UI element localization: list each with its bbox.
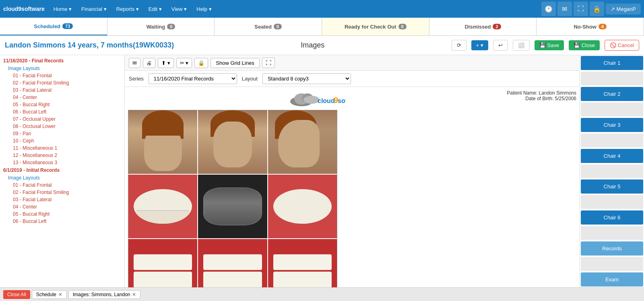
fullscreen-icon: ⛶ [266,60,271,66]
tab-schedule[interactable]: Schedule ✕ [32,290,67,299]
nav-reports[interactable]: Reports ▾ [112,4,143,14]
tree-date-2[interactable]: 6/1/2019 - Initial Records [0,166,124,174]
photo-cell-upper[interactable] [268,175,337,238]
tree-item-2-06-buccal-left[interactable]: 06 - Buccal Left [0,218,124,225]
chair-1-content [581,72,643,85]
chair-3[interactable]: Chair 3 [581,118,643,132]
tree-item-2-05-buccal-right[interactable]: 05 - Buccal Right [0,210,124,218]
tab-waiting[interactable]: Waiting 0 [107,18,215,35]
print-icon: 🖨 [147,60,152,66]
cancel-button[interactable]: 🚫 Cancel [605,40,639,51]
series-select[interactable]: 11/16/2020 Final Records [149,73,237,84]
lock-btn[interactable]: 🔒 [194,58,208,68]
show-grid-button[interactable]: Show Grid Lines [211,58,259,68]
noshow-count: 4 [599,24,607,29]
clock-icon-btn[interactable]: 🕐 [541,2,556,16]
tree-item-09-pan[interactable]: 09 - Pan [0,130,124,137]
dob-value: 5/25/2006 [555,96,576,101]
add-button[interactable]: + ▾ [471,40,488,50]
chair-exam[interactable]: Exam [581,272,643,287]
photo-cell-face-front[interactable] [128,110,197,174]
tree-item-13-misc3[interactable]: 13 - Miscellaneous 3 [0,159,124,166]
photo-cell-xray[interactable] [198,175,267,238]
tab-images-close[interactable]: ✕ [132,292,136,297]
tab-images[interactable]: Images: Simmons, Landon ✕ [68,290,141,299]
nav-financial[interactable]: Financial ▾ [77,4,111,14]
patient-name[interactable]: Landon Simmons 14 years, 7 months(19WK00… [5,41,174,49]
expand-icon-btn[interactable]: ⛶ [574,2,588,16]
refresh-button[interactable]: ⟳ [452,40,466,51]
tree-item-2-04-center[interactable]: 04 - Center [0,203,124,210]
tab-scheduled[interactable]: Scheduled 73 [0,18,107,35]
chair-5[interactable]: Chair 5 [581,179,643,194]
tab-ready[interactable]: Ready for Check Out 0 [322,18,429,35]
fullscreen-button[interactable]: ⛶ [262,58,275,68]
photo-cell-teeth-left[interactable] [128,239,197,287]
close-all-button[interactable]: Close All [3,290,30,299]
tree-item-12-misc2[interactable]: 12 - Miscellaneous 2 [0,152,124,159]
seated-count: 0 [274,24,282,29]
tree-item-06-buccal-left[interactable]: 06 - Buccal Left [0,108,124,115]
tab-noshow[interactable]: No-Show 4 [537,18,644,35]
nav-help[interactable]: Help ▾ [192,4,215,14]
tab-seated[interactable]: Seated 0 [215,18,322,35]
photo-cell-face-side[interactable] [268,110,337,174]
nav-edit[interactable]: Edit ▾ [144,4,166,14]
tree-item-04-center[interactable]: 04 - Center [0,94,124,101]
nav-home[interactable]: Home ▾ [50,4,76,14]
svg-point-3 [303,96,320,104]
upload-icon: ⬆ ▾ [161,60,170,66]
tree-date-1[interactable]: 11/16/2020 - Final Records [0,57,124,65]
tree-item-08-occlusal-lower[interactable]: 08 - Occlusal Lower [0,123,124,130]
chair-1[interactable]: Chair 1 [581,56,643,70]
tools-btn[interactable]: ✂ ▾ [176,58,192,68]
tree-item-2-03-lateral[interactable]: 03 - Facial Lateral [0,196,124,203]
tab-dismissed[interactable]: Dismissed 2 [429,18,537,35]
message-icon-btn[interactable]: ✉ [557,2,572,16]
lock-icon-btn[interactable]: 🔒 [590,2,604,16]
chair-6[interactable]: Chair 6 [581,210,643,225]
layout-select[interactable]: Standard 8 copy3 [262,73,351,84]
tree-item-2-01-frontal[interactable]: 01 - Facial Frontal [0,181,124,189]
upload-btn[interactable]: ⬆ ▾ [158,58,174,68]
screen-button[interactable]: ⬜ [513,40,530,51]
scheduled-label: Scheduled [34,23,60,29]
image-canvas: cloud 9 software Patient Name: Landon Si… [125,87,580,287]
tree-item-03-lateral[interactable]: 03 - Facial Lateral [0,87,124,94]
save-button[interactable]: 💾 Save [535,40,564,50]
tree-item-10-ceph[interactable]: 10 - Ceph [0,137,124,144]
series-label: Series [129,76,144,82]
tree-item-05-buccal-right[interactable]: 05 - Buccal Right [0,101,124,108]
email-btn[interactable]: ✉ [129,58,140,68]
photo-cell-lower[interactable] [128,175,197,238]
seated-label: Seated [254,24,272,30]
photo-cell-teeth-front[interactable] [198,239,267,287]
print-btn[interactable]: 🖨 [143,58,155,68]
series-row: Series 11/16/2020 Final Records Layout S… [125,71,580,87]
image-toolbar: ✉ 🖨 ⬆ ▾ ✂ ▾ 🔒 Show Grid Lines ⛶ [125,55,580,71]
undo-button[interactable]: ↩ [493,40,508,51]
tree-item-11-misc1[interactable]: 11 - Miscellaneous 1 [0,144,124,152]
tab-schedule-close[interactable]: ✕ [58,292,62,297]
photo-cell-face-smile[interactable] [198,110,267,174]
photo-cell-teeth-right[interactable] [268,239,337,287]
status-bar: Scheduled 73 Waiting 0 Seated 0 Ready fo… [0,18,644,36]
page-title: Images [179,41,446,49]
svg-text:cloud: cloud [318,97,335,104]
chair-3-content [581,134,643,147]
tree-item-01-frontal[interactable]: 01 - Facial Frontal [0,72,124,79]
chair-6-content [581,226,643,240]
chair-records[interactable]: Records [581,241,643,256]
tab-images-label: Images: Simmons, Landon [73,292,130,297]
user-menu-btn[interactable]: ↗ MeganP [606,4,641,14]
svg-text:software: software [338,97,346,104]
photo-grid [128,110,337,287]
tree-item-02-smiling[interactable]: 02 - Facial Frontal Smiling [0,79,124,87]
tree-item-2-02-smiling[interactable]: 02 - Facial Frontal Smiling [0,189,124,196]
nav-view[interactable]: View ▾ [167,4,191,14]
close-image-button[interactable]: 💾 Close [569,40,600,50]
chair-2[interactable]: Chair 2 [581,87,643,101]
chair-4-content [581,165,643,178]
chair-4[interactable]: Chair 4 [581,149,643,163]
tree-item-07-occlusal-upper[interactable]: 07 - Occlusal Upper [0,115,124,123]
